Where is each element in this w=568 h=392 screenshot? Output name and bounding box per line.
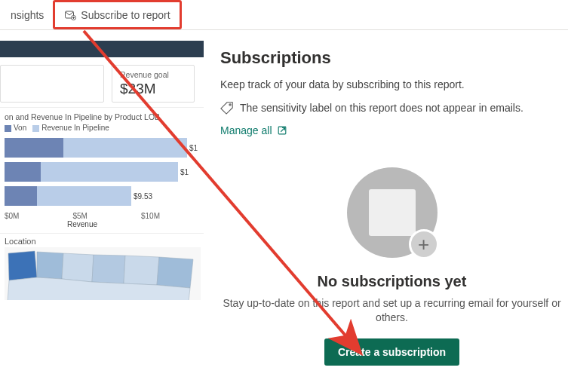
x-axis-label: Revenue (5, 220, 198, 228)
insights-tab[interactable]: nsights (2, 0, 53, 29)
legend-swatch-pipeline (32, 125, 39, 132)
bar-row: $1 (5, 138, 198, 158)
axis-tick: $10M (141, 212, 160, 220)
map-title: Location (5, 237, 204, 246)
legend-won: Von (14, 124, 26, 132)
x-axis-ticks: $0M$5M$10M (5, 210, 198, 220)
bar-rows: $1$1$9.53 (5, 138, 198, 206)
bar-value-label: $9.53 (134, 192, 152, 201)
bar-row: $1 (5, 162, 198, 182)
bar-row: $9.53 (5, 186, 198, 206)
empty-state: + No subscriptions yet Stay up-to-date o… (220, 167, 563, 366)
kpi-label: Revenue goal (120, 70, 186, 79)
subscribe-icon (64, 9, 76, 21)
map-svg (5, 247, 201, 300)
sensitivity-notice: The sensitivity label on this report doe… (220, 101, 563, 115)
kpi-card-revenue-goal: Revenue goal $23M (112, 65, 195, 103)
kpi-row: Revenue goal $23M (0, 57, 204, 107)
manage-all-link[interactable]: Manage all (220, 124, 287, 136)
toolbar: nsights Subscribe to report (0, 0, 568, 30)
report-header-bar (0, 41, 204, 57)
bar-value-label: $1 (189, 144, 198, 152)
map-chart: Location (0, 233, 204, 303)
empty-square (369, 189, 416, 236)
bar-seg-pipeline (41, 162, 178, 182)
panel-title: Subscriptions (220, 48, 563, 68)
bar-seg-pipeline (37, 186, 131, 206)
plus-icon: + (409, 229, 439, 259)
tag-icon (220, 101, 234, 115)
empty-title: No subscriptions yet (220, 273, 563, 290)
insights-label: nsights (11, 9, 44, 21)
bar-chart-title: on and Revenue In Pipeline by Product LO… (5, 112, 198, 121)
axis-tick: $0M (5, 212, 19, 220)
bar-value-label: $1 (180, 168, 189, 176)
bar-seg-won (5, 162, 41, 182)
create-subscription-button[interactable]: Create a subscription (324, 338, 459, 366)
report-preview: Revenue goal $23M on and Revenue In Pipe… (0, 30, 204, 392)
bar-seg-won (5, 186, 37, 206)
legend-pipeline: Revenue In Pipeline (41, 124, 109, 132)
open-external-icon (277, 125, 287, 136)
legend-swatch-won (5, 125, 11, 132)
bar-seg-won (5, 138, 63, 158)
bar-chart-legend: Von Revenue In Pipeline (5, 124, 198, 132)
manage-all-label: Manage all (220, 124, 272, 136)
svg-point-3 (229, 104, 231, 106)
kpi-card-blank (0, 65, 104, 103)
subscriptions-panel: Subscriptions Keep track of your data by… (204, 30, 568, 392)
panel-description: Keep track of your data by subscribing t… (220, 78, 563, 90)
kpi-value: $23M (120, 81, 186, 97)
empty-illustration: + (347, 167, 438, 258)
subscribe-button[interactable]: Subscribe to report (53, 0, 181, 29)
empty-description: Stay up-to-date on this report and set u… (220, 296, 563, 325)
bar-chart: on and Revenue In Pipeline by Product LO… (0, 107, 204, 228)
subscribe-label: Subscribe to report (81, 9, 170, 21)
bar-seg-pipeline (63, 138, 187, 158)
axis-tick: $5M (72, 212, 87, 220)
sensitivity-text: The sensitivity label on this report doe… (240, 102, 523, 114)
